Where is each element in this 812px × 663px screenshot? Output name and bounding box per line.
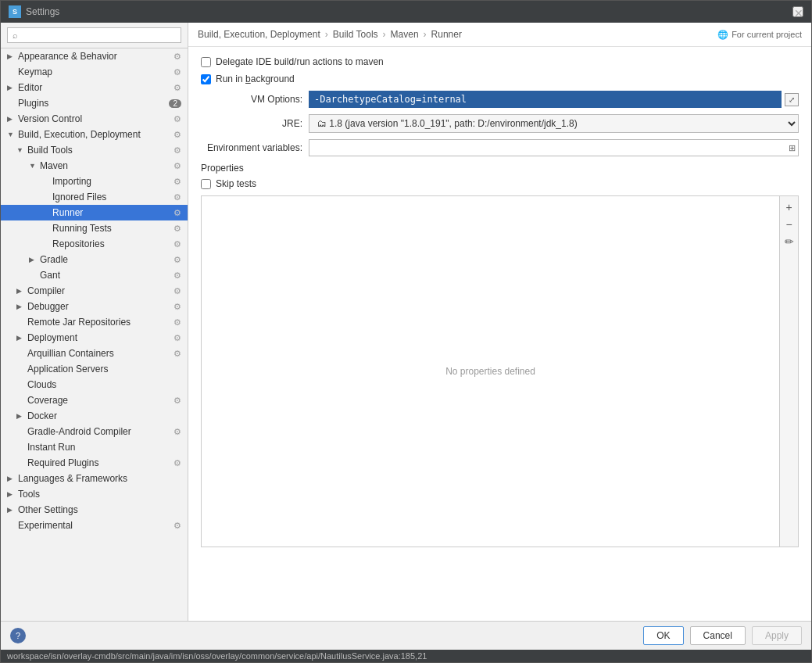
sidebar-item-build-execution[interactable]: ▼ Build, Execution, Deployment ⚙ — [1, 127, 188, 142]
sidebar-item-label: Running Tests — [52, 223, 173, 234]
env-expand-button[interactable]: ⊞ — [787, 142, 797, 155]
arrow-icon: ▶ — [7, 475, 18, 482]
sidebar-item-label: Remote Jar Repositories — [27, 317, 173, 328]
sidebar-item-label: Gant — [40, 270, 173, 281]
gear-icon: ⚙ — [173, 114, 181, 124]
sidebar-item-label: Editor — [18, 82, 173, 93]
close-button[interactable]: ✕ — [792, 6, 803, 17]
gear-icon: ⚙ — [173, 255, 181, 265]
remove-property-button[interactable]: − — [782, 217, 797, 232]
sidebar-item-label: Application Servers — [27, 364, 181, 375]
gear-icon: ⚙ — [173, 52, 181, 62]
sidebar-item-importing[interactable]: Importing ⚙ — [1, 174, 188, 189]
sidebar-item-label: Required Plugins — [27, 457, 173, 468]
vm-options-control: ⤢ — [309, 91, 799, 108]
jre-label: JRE: — [201, 118, 302, 129]
bottom-bar: ? OK Cancel Apply — [1, 621, 811, 650]
sidebar-item-instant-run[interactable]: Instant Run — [1, 439, 188, 455]
sidebar-item-languages[interactable]: ▶ Languages & Frameworks — [1, 471, 188, 486]
sidebar-item-label: Plugins — [18, 98, 166, 109]
plugins-badge: 2 — [169, 99, 181, 108]
breadcrumb-part-2: Build Tools — [333, 29, 378, 40]
gear-icon: ⚙ — [173, 317, 181, 328]
gear-icon: ⚙ — [173, 161, 181, 171]
sidebar-item-running-tests[interactable]: Running Tests ⚙ — [1, 220, 188, 236]
sidebar-item-clouds[interactable]: Clouds — [1, 377, 188, 392]
add-property-button[interactable]: + — [782, 199, 797, 215]
sidebar-item-tools[interactable]: ▶ Tools — [1, 486, 188, 502]
arrow-icon: ▶ — [16, 334, 27, 342]
arrow-icon: ▶ — [7, 506, 18, 514]
skip-tests-row: Skip tests — [201, 178, 799, 189]
sidebar-item-maven[interactable]: ▼ Maven ⚙ — [1, 158, 188, 174]
properties-content: No properties defined — [202, 196, 779, 547]
sidebar-item-editor[interactable]: ▶ Editor ⚙ — [1, 80, 188, 95]
sidebar-item-runner[interactable]: Runner ⚙ — [1, 205, 188, 220]
sidebar-item-plugins[interactable]: Plugins 2 — [1, 95, 188, 111]
sidebar-item-docker[interactable]: ▶ Docker — [1, 408, 188, 424]
vm-expand-button[interactable]: ⤢ — [785, 93, 799, 106]
sidebar-item-label: Compiler — [27, 285, 173, 296]
sidebar-item-label: Gradle-Android Compiler — [27, 426, 173, 437]
gear-icon: ⚙ — [173, 271, 181, 281]
sidebar-item-appearance[interactable]: ▶ Appearance & Behavior ⚙ — [1, 48, 188, 64]
arrow-icon: ▶ — [7, 52, 18, 60]
skip-tests-checkbox[interactable] — [201, 179, 211, 189]
sidebar-item-repositories[interactable]: Repositories ⚙ — [1, 236, 188, 252]
sidebar-tree: ▶ Appearance & Behavior ⚙ Keymap ⚙ ▶ Edi… — [1, 48, 188, 621]
status-text: workspace/isn/overlay-cmdb/src/main/java… — [7, 651, 427, 661]
jre-control: 🗂 1.8 (java version "1.8.0_191", path: D… — [309, 114, 799, 133]
sidebar-item-deployment[interactable]: ▶ Deployment ⚙ — [1, 330, 188, 346]
settings-panel: Delegate IDE build/run actions to maven … — [188, 47, 811, 621]
sidebar-item-experimental[interactable]: Experimental ⚙ — [1, 518, 188, 533]
jre-row: JRE: 🗂 1.8 (java version "1.8.0_191", pa… — [201, 114, 799, 133]
search-input[interactable] — [7, 27, 181, 43]
delegate-label: Delegate IDE build/run actions to maven — [216, 56, 384, 67]
env-vars-input[interactable] — [309, 139, 799, 156]
cancel-button[interactable]: Cancel — [690, 626, 746, 645]
gear-icon: ⚙ — [173, 458, 181, 468]
for-project-label: For current project — [732, 30, 802, 39]
help-button[interactable]: ? — [10, 628, 26, 643]
sidebar-item-app-servers[interactable]: Application Servers — [1, 361, 188, 377]
gear-icon: ⚙ — [173, 239, 181, 249]
gear-icon: ⚙ — [173, 192, 181, 202]
run-in-background-checkbox[interactable] — [201, 74, 211, 84]
gear-icon: ⚙ — [173, 521, 181, 531]
jre-select[interactable]: 🗂 1.8 (java version "1.8.0_191", path: D… — [309, 114, 799, 133]
main-content: ▶ Appearance & Behavior ⚙ Keymap ⚙ ▶ Edi… — [1, 23, 811, 621]
gear-icon: ⚙ — [173, 67, 181, 77]
sidebar-item-remote-jar[interactable]: Remote Jar Repositories ⚙ — [1, 314, 188, 330]
arrow-icon: ▶ — [7, 84, 18, 91]
sidebar-item-gradle[interactable]: ▶ Gradle ⚙ — [1, 252, 188, 267]
sidebar-item-other-settings[interactable]: ▶ Other Settings — [1, 502, 188, 518]
search-box — [1, 23, 188, 48]
sidebar-item-compiler[interactable]: ▶ Compiler ⚙ — [1, 283, 188, 299]
sidebar-item-build-tools[interactable]: ▼ Build Tools ⚙ — [1, 142, 188, 158]
sidebar-item-label: Keymap — [18, 66, 173, 77]
sidebar-item-debugger[interactable]: ▶ Debugger ⚙ — [1, 299, 188, 314]
edit-property-button[interactable]: ✏ — [782, 234, 797, 249]
vm-options-row: VM Options: ⤢ — [201, 91, 799, 108]
breadcrumb-part-4: Runner — [431, 29, 462, 40]
sidebar-item-version-control[interactable]: ▶ Version Control ⚙ — [1, 111, 188, 127]
vm-options-input[interactable] — [309, 91, 782, 108]
ok-button[interactable]: OK — [643, 626, 683, 645]
sidebar-item-required-plugins[interactable]: Required Plugins ⚙ — [1, 455, 188, 471]
sidebar-item-keymap[interactable]: Keymap ⚙ — [1, 64, 188, 80]
gear-icon: ⚙ — [173, 427, 181, 437]
sidebar-item-label: Deployment — [27, 332, 173, 343]
skip-tests-label: Skip tests — [216, 178, 256, 189]
delegate-checkbox[interactable] — [201, 57, 211, 67]
sidebar-item-arquillian[interactable]: Arquillian Containers ⚙ — [1, 346, 188, 361]
apply-button[interactable]: Apply — [752, 626, 802, 645]
gear-icon: ⚙ — [173, 224, 181, 234]
sidebar-item-gradle-android[interactable]: Gradle-Android Compiler ⚙ — [1, 424, 188, 439]
gear-icon: ⚙ — [173, 349, 181, 359]
settings-window: S Settings ✕ ▶ Appearance & Behavior ⚙ K… — [0, 0, 812, 663]
sidebar-item-ignored-files[interactable]: Ignored Files ⚙ — [1, 189, 188, 205]
sidebar-item-gant[interactable]: Gant ⚙ — [1, 267, 188, 283]
sidebar-item-label: Languages & Frameworks — [18, 473, 181, 484]
sidebar-item-coverage[interactable]: Coverage ⚙ — [1, 392, 188, 408]
arrow-icon: ▼ — [29, 162, 40, 170]
